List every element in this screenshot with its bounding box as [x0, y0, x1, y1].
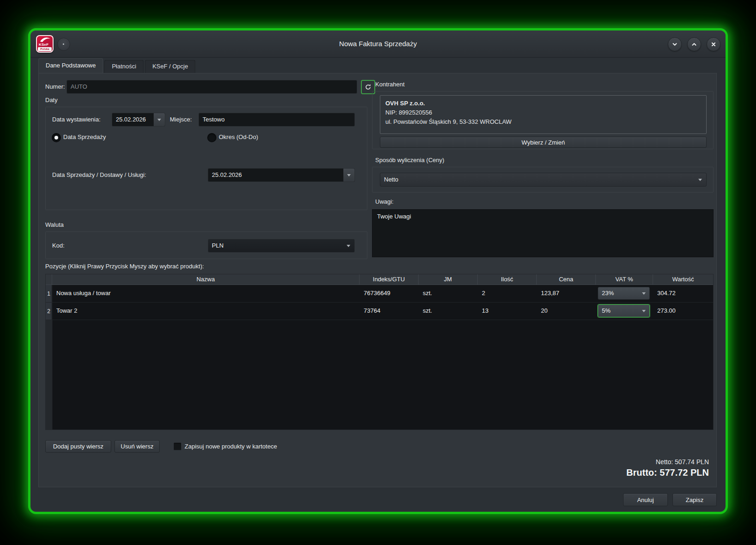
tab-platnosci[interactable]: Płatności: [104, 60, 144, 73]
cell-jm[interactable]: szt.: [419, 285, 478, 302]
sposob-wyliczenia-value: Netto: [384, 176, 398, 183]
pozycje-table: Nazwa Indeks/GTU JM Ilość Cena VAT % War…: [45, 274, 714, 430]
kontrahent-name: OVH SP z.o.o.: [385, 99, 701, 108]
table-row[interactable]: 1 Nowa usługa / towar 76736649 szt. 2 12…: [46, 285, 713, 303]
cell-indeks[interactable]: 73764: [360, 303, 419, 320]
netto-total: Netto: 507.74 PLN: [656, 458, 709, 466]
vat-dropdown[interactable]: 23%: [598, 287, 650, 300]
chevron-down-icon: [642, 292, 646, 295]
close-button[interactable]: [707, 37, 720, 51]
column-header-ilosc[interactable]: Ilość: [478, 274, 537, 285]
cell-indeks[interactable]: 76736649: [360, 285, 419, 302]
chevron-up-icon: [691, 41, 697, 48]
tab-bar: Dane Podstawowe Płatności KSeF / Opcje: [38, 59, 197, 73]
kontrahent-nip: NIP: 8992520556: [385, 108, 701, 117]
cell-jm[interactable]: szt.: [419, 303, 478, 320]
app-window: KSeF Polska Nowa Faktura Sprzedaży Dane …: [30, 30, 726, 512]
column-header-cena[interactable]: Cena: [537, 274, 596, 285]
column-header-vat[interactable]: VAT %: [596, 274, 653, 285]
chevron-down-icon: [672, 41, 678, 48]
daty-group-label: Daty: [45, 97, 58, 103]
waluta-dropdown[interactable]: PLN: [208, 239, 355, 253]
chevron-down-icon: [698, 179, 702, 181]
chevron-down-icon: [347, 245, 350, 247]
table-row[interactable]: 2 Towar 2 73764 szt. 13 20 5% 273.00: [46, 303, 713, 320]
sposob-wyliczenia-dropdown[interactable]: Netto: [380, 173, 707, 187]
radio-data-sprzedazy-label: Data Sprzedaży: [63, 133, 106, 142]
radio-okres-od-do[interactable]: [208, 133, 216, 142]
cell-nazwa[interactable]: Towar 2: [52, 303, 360, 320]
data-wystawienia-arrow-button[interactable]: [153, 113, 165, 126]
chevron-down-icon: [157, 119, 161, 121]
titlebar[interactable]: KSeF Polska Nowa Faktura Sprzedaży: [30, 30, 726, 58]
waluta-group-frame: Kod: PLN: [45, 231, 367, 259]
kontrahent-group-label: Kontrahent: [375, 81, 405, 88]
numer-input[interactable]: AUTO: [66, 80, 357, 94]
miejsce-label: Miejsce:: [170, 113, 192, 127]
vat-dropdown[interactable]: 5%: [598, 304, 650, 317]
row-number[interactable]: 2: [46, 303, 52, 320]
cell-cena[interactable]: 20: [537, 303, 596, 320]
save-products-checkbox[interactable]: [174, 442, 181, 450]
vat-value: 23%: [602, 290, 614, 297]
column-header-indeks-gtu[interactable]: Indeks/GTU: [360, 274, 419, 285]
add-empty-row-button[interactable]: Dodaj pusty wiersz: [45, 440, 111, 453]
save-products-checkbox-label: Zapisuj nowe produkty w kartotece: [185, 440, 277, 453]
data-wystawienia-label: Data wystawienia:: [52, 113, 101, 127]
cell-vat: 5%: [596, 303, 653, 320]
kontrahent-address: ul. Powstańców Śląskich 9, 53-332 WROCLA…: [385, 117, 701, 127]
tab-ksef-opcje[interactable]: KSeF / Opcje: [145, 60, 195, 73]
radio-okres-label: Okres (Od-Do): [219, 133, 258, 142]
kontrahent-info-box: OVH SP z.o.o. NIP: 8992520556 ul. Powsta…: [380, 95, 707, 134]
wybierz-zmien-button[interactable]: Wybierz / Zmień: [380, 137, 707, 148]
remove-row-button[interactable]: Usuń wiersz: [114, 440, 160, 453]
column-header-nazwa[interactable]: Nazwa: [52, 274, 360, 285]
logo-subtext: Polska: [38, 47, 52, 51]
numer-label: Numer:: [45, 80, 65, 94]
cell-wartosc[interactable]: 273.00: [653, 303, 713, 320]
pozycje-table-body[interactable]: 1 Nowa usługa / towar 76736649 szt. 2 12…: [46, 285, 713, 430]
column-header-wartosc[interactable]: Wartość: [653, 274, 713, 285]
cell-cena[interactable]: 123,87: [537, 285, 596, 302]
column-header-jm[interactable]: JM: [419, 274, 478, 285]
data-sprzedazy-label: Data Sprzedaży / Dostawy / Usługi:: [52, 168, 146, 182]
miejsce-input[interactable]: Testowo: [198, 113, 355, 127]
waluta-value: PLN: [212, 242, 223, 249]
window-title: Nowa Faktura Sprzedaży: [30, 40, 726, 48]
brutto-total: Brutto: 577.72 PLN: [626, 467, 709, 478]
header-gutter: [46, 274, 52, 285]
kontrahent-group-frame: OVH SP z.o.o. NIP: 8992520556 ul. Powsta…: [372, 91, 714, 149]
sposob-wyliczenia-group-label: Sposób wyliczenia (Ceny): [375, 157, 444, 164]
data-wystawienia-dropdown[interactable]: 25.02.2026: [112, 113, 165, 127]
uwagi-textarea[interactable]: Twoje Uwagi: [372, 209, 714, 257]
minimize-button[interactable]: [668, 37, 682, 51]
cancel-button[interactable]: Anuluj: [623, 493, 668, 506]
vat-value: 5%: [602, 307, 611, 314]
data-sprzedazy-dropdown[interactable]: 25.02.2026: [208, 168, 355, 182]
close-icon: [710, 41, 717, 48]
cell-ilosc[interactable]: 2: [478, 285, 537, 302]
data-sprzedazy-value: 25.02.2026: [208, 169, 343, 182]
cell-vat: 23%: [596, 285, 653, 302]
data-wystawienia-value: 25.02.2026: [112, 113, 153, 126]
pozycje-table-header: Nazwa Indeks/GTU JM Ilość Cena VAT % War…: [46, 274, 713, 285]
row-number[interactable]: 1: [46, 285, 52, 302]
tab-content-panel: Numer: AUTO Daty Data wystawienia: 25.02…: [38, 73, 717, 487]
cell-wartosc[interactable]: 304.72: [653, 285, 713, 302]
daty-group-frame: Data wystawienia: 25.02.2026 Miejsce: Te…: [45, 107, 367, 210]
chevron-down-icon: [642, 310, 646, 312]
chevron-down-icon: [347, 174, 351, 176]
refresh-icon: [365, 84, 372, 91]
maximize-button[interactable]: [687, 37, 701, 51]
cell-nazwa[interactable]: Nowa usługa / towar: [52, 285, 360, 302]
waluta-group-label: Waluta: [45, 221, 64, 228]
radio-data-sprzedazy[interactable]: [52, 133, 60, 142]
save-button[interactable]: Zapisz: [672, 493, 717, 506]
data-sprzedazy-arrow-button[interactable]: [343, 169, 354, 182]
uwagi-label: Uwagi:: [375, 198, 394, 205]
cell-ilosc[interactable]: 13: [478, 303, 537, 320]
pozycje-label: Pozycje (Kliknij Prawy Przycisk Myszy ab…: [45, 263, 204, 270]
sposob-wyliczenia-frame: Netto: [372, 167, 714, 193]
kod-label: Kod:: [52, 239, 65, 253]
tab-dane-podstawowe[interactable]: Dane Podstawowe: [38, 58, 103, 73]
